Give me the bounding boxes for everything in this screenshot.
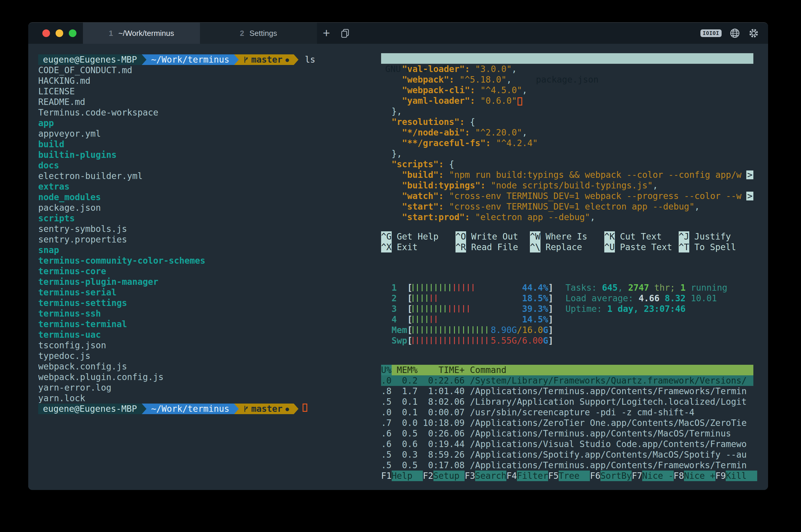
meter-bar	[454, 337, 455, 344]
settings-button[interactable]	[748, 27, 759, 39]
globe-button[interactable]	[729, 27, 741, 39]
fkey-item[interactable]: F4Filter	[506, 471, 548, 481]
meter-bar	[426, 284, 427, 291]
shortcut-key: ^G	[381, 231, 392, 242]
shortcut-label: Read File	[466, 242, 518, 252]
tab-bar: 1 ~/Work/terminus 2 Settings + IOIOI	[28, 23, 768, 44]
code-line: },	[381, 148, 753, 159]
shortcut-label: Write Out	[466, 232, 518, 242]
fkey-bar: F1Help F2Setup F3SearchF4FilterF5Tree F6…	[381, 471, 753, 481]
nano-shortcut[interactable]: ^K Cut Text	[604, 231, 679, 242]
serial-port-button[interactable]: IOIOI	[701, 30, 722, 37]
table-header[interactable]: U%MEM%TIME+Command	[381, 365, 753, 375]
nano-shortcut[interactable]: ^T To Spell	[679, 242, 753, 252]
meter-bar	[426, 305, 427, 312]
fkey-item[interactable]: F7Nice -	[632, 471, 673, 481]
meter-label: Mem	[381, 325, 407, 335]
file-entry: app	[38, 118, 371, 129]
meter-bar	[413, 337, 413, 344]
nano-title-bar: GNU nano 4.5 package.json	[381, 53, 753, 64]
htop-stats: Tasks: 645, 2747 thr; 1 runningLoad aver…	[565, 283, 727, 314]
plus-icon: +	[323, 27, 330, 39]
nano-shortcut[interactable]: ^W Where Is	[530, 231, 604, 242]
code-line: "val-loader": "3.0.0",	[381, 64, 753, 74]
fkey-item[interactable]: F3Search	[465, 471, 506, 481]
close-button[interactable]	[42, 30, 50, 37]
new-tab-button[interactable]: +	[317, 23, 336, 44]
shortcut-label: Exit	[392, 242, 418, 252]
zoom-button[interactable]	[69, 30, 76, 37]
meter-body: 8.90G/16.0G	[413, 325, 548, 335]
file-entry: docs	[38, 160, 371, 171]
powerline-separator	[294, 403, 298, 414]
nano-editor: "val-loader": "3.0.0", "webpack": "^5.18…	[381, 64, 753, 223]
minimize-button[interactable]	[56, 30, 63, 37]
meter-bar	[477, 337, 478, 344]
nano-shortcut[interactable]: ^J Justify	[679, 231, 753, 242]
meter-bar	[422, 284, 423, 291]
duplicate-tab-button[interactable]	[336, 23, 355, 44]
col-time: TIME+	[423, 365, 465, 375]
meter-bar	[459, 284, 459, 291]
meter-bar	[422, 316, 423, 323]
file-entry: terminus-core	[38, 266, 371, 277]
meter-bar	[445, 326, 446, 334]
powerline-separator	[142, 403, 146, 414]
code-line: "resolutions": {	[381, 117, 753, 127]
prompt-path-segment: ~/Work/terminus	[146, 403, 234, 414]
nano-shortcut[interactable]: ^U Paste Text	[604, 242, 679, 252]
meter-bar	[482, 326, 483, 334]
col-cpu: U%	[381, 365, 392, 375]
fkey-item[interactable]: F1Help	[381, 471, 423, 481]
meter-bar	[435, 305, 436, 312]
tab-settings[interactable]: 2 Settings	[200, 23, 317, 44]
meter-label: 1	[381, 283, 407, 293]
fkey-item[interactable]: F5Tree	[548, 471, 590, 481]
file-entry: terminus-community-color-schemes	[38, 255, 371, 266]
meter-bar	[417, 326, 418, 334]
code-line: "build:typings": "node scripts/build-typ…	[381, 180, 753, 191]
nano-shortcut[interactable]: ^\ Replace	[530, 242, 604, 252]
process-row[interactable]: .50.18:02.06/Library/Application Support…	[381, 397, 753, 407]
file-entry: terminus-uac	[38, 329, 371, 340]
nano-shortcut[interactable]: ^X Exit	[381, 242, 455, 252]
git-dirty-dot: ●	[285, 54, 289, 65]
process-row[interactable]: .60.50:26.06/Applications/Terminus.app/C…	[381, 428, 753, 439]
fkey-item[interactable]: F6SortBy	[590, 471, 632, 481]
code-line: "scripts": {	[381, 159, 753, 170]
fkey-item[interactable]: F9Kill	[715, 471, 757, 481]
file-entry: yarn.lock	[38, 393, 371, 403]
process-row[interactable]: .81.71:01.40/Applications/Terminus.app/C…	[381, 386, 753, 397]
nano-shortcut[interactable]: ^R Read File	[455, 242, 530, 252]
file-entry: terminus-settings	[38, 298, 371, 308]
fkey-item[interactable]: F8Nice +	[674, 471, 715, 481]
shortcut-label: Paste Text	[615, 242, 672, 252]
process-row[interactable]: .50.38:59.26/Applications/Spotify.app/Co…	[381, 450, 753, 460]
process-row[interactable]: .00.20:22.66/System/Library/Frameworks/Q…	[381, 375, 753, 386]
prompt-git-segment: master ●	[239, 54, 294, 65]
traffic-lights	[28, 23, 83, 44]
fkey-key: F8	[674, 471, 684, 481]
nano-shortcut[interactable]: ^G Get Help	[381, 231, 455, 242]
code-line: "start:prod": "electron app --debug",	[381, 212, 753, 223]
meter-bar	[413, 316, 413, 323]
nano-shortcut[interactable]: ^O Write Out	[455, 231, 530, 242]
right-terminal-pane[interactable]: GNU nano 4.5 package.json "val-loader": …	[381, 53, 753, 490]
file-entry: README.md	[38, 97, 371, 107]
process-row[interactable]: .00.10:00.07/usr/sbin/screencapture -pdi…	[381, 407, 753, 418]
meter-bar	[486, 326, 487, 334]
fkey-item[interactable]: F2Setup	[423, 471, 465, 481]
toolbar-right: IOIOI	[701, 23, 768, 44]
process-row[interactable]: .60.60:19.44/Applications/Visual Studio …	[381, 439, 753, 450]
meter: 4 [14.5%]	[381, 314, 753, 325]
meter-bar	[422, 326, 423, 334]
meter-bar	[413, 326, 413, 334]
nano-shortcut-bar: ^G Get Help^O Write Out^W Where Is^K Cut…	[381, 231, 753, 252]
process-row[interactable]: .70.010:18.09/Applications/ZeroTier One.…	[381, 418, 753, 428]
left-terminal-pane[interactable]: eugene@Eugenes-MBP ~/Work/terminus maste…	[38, 54, 371, 414]
process-row[interactable]: .50.50:17.08/Applications/Terminus.app/C…	[381, 460, 753, 471]
meter-bar	[413, 305, 413, 312]
file-entry: snap	[38, 245, 371, 255]
tab-terminal[interactable]: 1 ~/Work/terminus	[83, 23, 200, 44]
meter-bar	[431, 337, 432, 344]
